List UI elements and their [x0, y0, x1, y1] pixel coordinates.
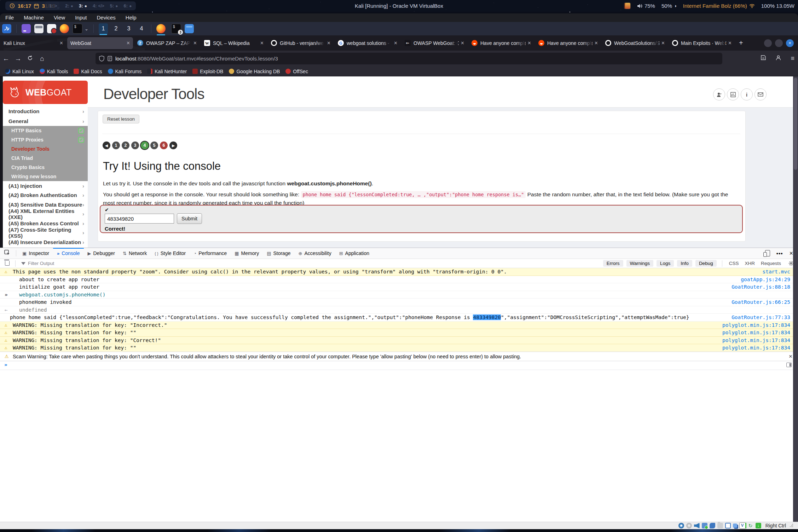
devtools-tab-network[interactable]: Network [119, 248, 151, 259]
contact-button[interactable] [754, 88, 767, 100]
devtools-tab-accessibility[interactable]: Accessibility [294, 248, 335, 259]
vbox-network-icon[interactable] [702, 523, 707, 528]
vbox-usb-icon[interactable] [710, 523, 715, 528]
sidebar-item-a2-broken-authentication[interactable]: (A2) Broken Authentication› [3, 191, 88, 200]
devtools-tab-performance[interactable]: Performance [190, 248, 231, 259]
source-link[interactable]: start.mvc [762, 268, 790, 276]
sidebar-item-http-proxies[interactable]: HTTP Proxies✔ [3, 135, 88, 144]
file-manager-icon[interactable] [34, 24, 44, 33]
filter-xhr-button[interactable]: XHR [743, 260, 756, 267]
devtools-tab-debugger[interactable]: Debugger [84, 248, 119, 259]
sidebar-item-a7-xss[interactable]: (A7) Cross-Site Scripting (XSS)› [3, 228, 88, 238]
workspace-switcher[interactable]: 1:>_ 2:● 3:● 4:</> 5:● 6:● [45, 1, 136, 10]
tab-reddit-1[interactable]: Have anyone comple× [468, 37, 534, 49]
page-2-button[interactable]: 2 [122, 141, 129, 149]
tray-indicator-icon[interactable] [624, 2, 631, 9]
tab-webgoat-active[interactable]: WebGoat× [67, 37, 133, 49]
bookmark-offsec[interactable]: OffSec [285, 69, 308, 74]
vbox-keyboard-capture-icon[interactable]: ↓ [756, 523, 761, 528]
next-page-button[interactable]: ▶ [169, 141, 177, 149]
menu-devices[interactable]: Devices [92, 13, 121, 22]
tab-close-icon[interactable]: × [394, 40, 397, 46]
url-bar[interactable]: localhost:8080/WebGoat/start.mvc#lesson/… [96, 53, 722, 64]
page-info-icon[interactable] [108, 56, 112, 61]
bookmark-kali-linux[interactable]: Kali Linux [5, 69, 34, 74]
guest-workspace-4[interactable]: 4 [137, 23, 146, 34]
vbox-harddisk-icon[interactable] [678, 523, 684, 528]
tab-close-icon[interactable]: × [260, 40, 264, 46]
volume-widget[interactable]: 75% [637, 3, 655, 9]
bookmark-kali-forums[interactable]: Kali Forums [108, 69, 142, 74]
vbox-shared-folders-icon[interactable] [717, 523, 723, 528]
hamburger-menu-icon[interactable]: ≡ [791, 55, 794, 62]
devtools-tab-console-active[interactable]: Console [53, 248, 84, 259]
tab-owasp-webgoat[interactable]: o•OWASP WebGoat: G× [401, 37, 467, 49]
workspace-6[interactable]: 6:● [124, 3, 132, 8]
tab-close-icon[interactable]: × [728, 40, 732, 46]
source-link[interactable]: GoatRouter.js:77:33 [732, 314, 790, 321]
filter-output-input[interactable]: Filter Output [28, 261, 54, 266]
reload-button[interactable] [24, 55, 36, 63]
tab-close-icon[interactable]: × [127, 40, 130, 46]
filter-requests-button[interactable]: Requests [759, 260, 782, 267]
vbox-mouse-integration-icon[interactable]: ↻ [748, 523, 753, 528]
page-scrollbar[interactable] [793, 76, 798, 522]
menu-help[interactable]: Help [121, 13, 141, 22]
sidebar-item-crypto-basics[interactable]: Crypto Basics [3, 163, 88, 172]
tab-close-icon[interactable]: × [595, 40, 598, 46]
bookmark-kali-docs[interactable]: Kali Docs [74, 69, 102, 74]
guest-workspace-3[interactable]: 3 [124, 23, 133, 34]
tab-main-exploits[interactable]: Main Exploits · WebG× [669, 37, 735, 49]
new-tab-button[interactable]: + [739, 39, 743, 47]
firefox-launcher-icon[interactable] [60, 24, 69, 33]
sidebar-item-developer-tools-active[interactable]: Developer Tools [3, 144, 88, 154]
guest-workspace-2[interactable]: 2 [111, 23, 121, 34]
forward-button[interactable]: → [12, 55, 24, 63]
sidebar-item-cia-triad[interactable]: CIA Triad [3, 154, 88, 163]
previous-page-button[interactable]: ◀ [103, 141, 110, 149]
tab-close-icon[interactable]: × [528, 40, 531, 46]
source-link[interactable]: polyglot.min.js:17:834 [722, 329, 790, 336]
devtools-tab-storage[interactable]: Storage [263, 248, 294, 259]
bookmark-google-hacking-db[interactable]: Google Hacking DB [229, 69, 280, 74]
menu-view[interactable]: View [49, 13, 70, 22]
source-link[interactable]: GoatRouter.js:66:25 [732, 299, 790, 306]
network-widget[interactable]: Internet Familie Bolz (66%) [683, 3, 755, 9]
tab-close-icon[interactable]: × [193, 40, 197, 46]
source-link[interactable]: goatApp.js:24:29 [741, 276, 790, 283]
minimize-button[interactable] [764, 39, 772, 47]
bookmark-kali-nethunter[interactable]: Kali NetHunter [147, 69, 187, 74]
devtools-tab-memory[interactable]: Memory [231, 248, 263, 259]
home-button[interactable]: ⌂ [36, 55, 48, 63]
terminal-running-icon[interactable]: 3 [171, 24, 181, 34]
menu-file[interactable]: File [5, 13, 19, 22]
submit-button[interactable]: Submit [177, 213, 202, 224]
filter-debug-button[interactable]: Debug [695, 260, 717, 267]
sidebar-item-http-basics[interactable]: HTTP Basics✔ [3, 126, 88, 135]
devtools-tab-inspector[interactable]: Inspector [18, 248, 53, 259]
devtools-tab-style-editor[interactable]: Style Editor [151, 248, 190, 259]
app-launcher-icon[interactable] [22, 24, 31, 33]
responsive-design-icon[interactable] [765, 250, 770, 256]
brightness-widget[interactable]: 50% ◑ [661, 3, 677, 9]
sidebar-item-introduction[interactable]: Introduction› [3, 106, 88, 116]
page-6-button-failed[interactable]: 6 [160, 141, 168, 149]
dismiss-scam-warning-icon[interactable]: × [789, 352, 792, 361]
tab-owasp-zap[interactable]: ZOWASP ZAP – ZAP i× [134, 37, 200, 49]
bookmark-exploit-db[interactable]: Exploit-DB [192, 69, 223, 74]
source-link[interactable]: polyglot.min.js:17:834 [722, 344, 790, 352]
workspace-2[interactable]: 2:● [65, 3, 73, 8]
console-command-input[interactable]: » [0, 361, 798, 370]
bookmark-kali-tools[interactable]: Kali Tools [40, 69, 68, 74]
menu-input[interactable]: Input [70, 13, 92, 22]
kali-menu-button[interactable] [2, 24, 11, 33]
page-4-button-current[interactable]: 4 [141, 141, 149, 149]
filter-warnings-button[interactable]: Warnings [626, 260, 654, 267]
sidebar-item-a1-injection[interactable]: (A1) Injection› [3, 181, 88, 191]
tab-github-vernjan[interactable]: GitHub - vernjan/we× [268, 37, 334, 49]
maximize-button[interactable] [775, 39, 783, 47]
webgoat-logo[interactable]: WEBGOAT [3, 81, 88, 104]
clear-console-icon[interactable] [5, 261, 10, 266]
vbox-optical-disc-icon[interactable] [686, 523, 692, 528]
reset-lesson-button[interactable]: Reset lesson [103, 115, 139, 123]
